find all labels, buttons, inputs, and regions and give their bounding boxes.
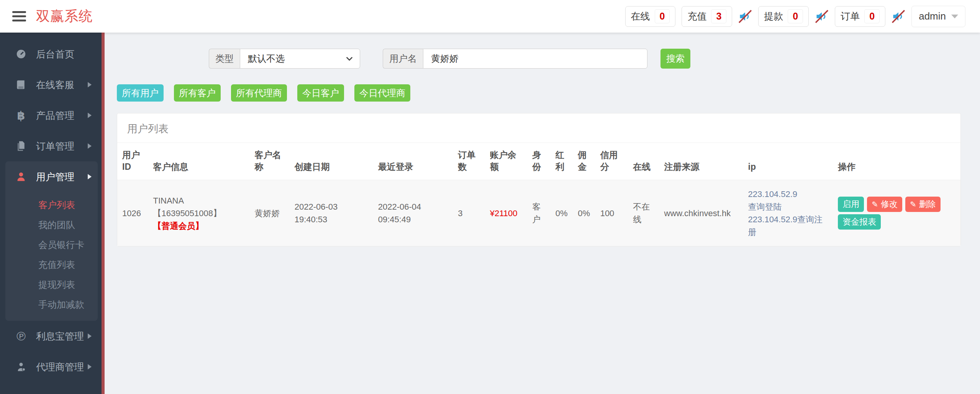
cell-online: 不在线 [629, 180, 660, 246]
submenu-item-member-bank-cards[interactable]: 会员银行卡 [5, 235, 98, 255]
cell-created: 2022-06-03 19:40:53 [291, 180, 374, 246]
col-created: 创建日期 [291, 143, 374, 180]
col-balance: 账户余额 [486, 143, 529, 180]
cell-bonus: 0% [552, 180, 574, 246]
muted-speaker-icon[interactable] [892, 10, 905, 23]
cell-user-id: 1026 [117, 180, 149, 246]
sidebar-item-label: 代理商管理 [36, 361, 84, 373]
type-select[interactable]: 默认不选 [240, 49, 360, 69]
user-management-submenu: 客户列表 我的团队 会员银行卡 充值列表 提现列表 手动加减款 [5, 192, 98, 315]
sidebar-item-label: 利息宝管理 [36, 330, 84, 343]
quick-filter-row: 所有用户 所有客户 所有代理商 今日客户 今日代理商 [117, 84, 980, 102]
submenu-item-customer-list[interactable]: 客户列表 [5, 195, 98, 215]
sidebar-item-orders[interactable]: 订单管理 [0, 131, 102, 161]
admin-user-label: admin [919, 10, 946, 22]
type-label: 类型 [209, 49, 240, 69]
customer-info-name: TINANA [153, 194, 247, 207]
muted-speaker-icon[interactable] [815, 10, 829, 23]
chevron-right-icon [88, 113, 92, 118]
stat-recharge[interactable]: 充值 3 [682, 6, 732, 27]
cell-actions: 启用✎修改✎删除资金报表 [834, 180, 960, 246]
user-list-panel: 用户列表 用户ID 客户信息 客户名称 创建日期 最近登录 订单数 账户余额 身… [117, 113, 961, 246]
type-select-value: 默认不选 [248, 53, 285, 65]
chevron-right-icon [88, 82, 92, 87]
query-login-link[interactable]: 查询登陆 [748, 200, 831, 213]
stat-orders[interactable]: 订单 0 [835, 6, 885, 27]
caret-down-icon [951, 15, 958, 18]
submenu-item-withdraw-list[interactable]: 提现列表 [5, 275, 98, 295]
type-filter-group: 类型 默认不选 [209, 49, 360, 69]
sidebar-item-agents[interactable]: 代理商管理 [0, 351, 102, 382]
query-register-link[interactable]: 223.104.52.9查询注册 [748, 213, 831, 238]
cell-last-login: 2022-06-04 09:45:49 [374, 180, 454, 246]
menu-toggle-icon[interactable] [12, 11, 26, 21]
sidebar: 后台首页 在线客服 ฿ 产品管理 订单管理 用户管理 客户列表 [0, 33, 105, 394]
sidebar-item-interest-treasure[interactable]: ℗ 利息宝管理 [0, 321, 102, 351]
stat-online-label: 在线 [631, 10, 650, 23]
circled-p-icon: ℗ [14, 330, 28, 343]
table-header-row: 用户ID 客户信息 客户名称 创建日期 最近登录 订单数 账户余额 身份 红利 … [117, 143, 960, 180]
edit-button[interactable]: ✎修改 [867, 197, 902, 212]
search-button[interactable]: 搜索 [660, 49, 690, 69]
col-customer-name: 客户名称 [251, 143, 290, 180]
agent-person-icon [14, 360, 28, 373]
sidebar-item-online-service[interactable]: 在线客服 [0, 69, 102, 100]
cell-balance: ¥21100 [486, 180, 529, 246]
all-agents-button[interactable]: 所有代理商 [231, 84, 287, 102]
col-online: 在线 [629, 143, 660, 180]
delete-button[interactable]: ✎删除 [905, 197, 941, 212]
cell-customer-name: 黄娇娇 [251, 180, 290, 246]
topbar: 双赢系统 在线 0 充值 3 提款 0 订单 0 [0, 0, 980, 33]
user-table: 用户ID 客户信息 客户名称 创建日期 最近登录 订单数 账户余额 身份 红利 … [117, 143, 960, 246]
muted-speaker-icon[interactable] [738, 10, 752, 23]
stat-online[interactable]: 在线 0 [625, 6, 676, 27]
col-commission: 佣金 [574, 143, 596, 180]
username-filter-group: 用户名 [383, 49, 647, 69]
bitcoin-icon: ฿ [14, 109, 28, 122]
admin-user-menu[interactable]: admin [911, 6, 965, 27]
cell-customer-info: TINANA 【16395051008】 【普通会员】 [149, 180, 251, 246]
submenu-item-my-team[interactable]: 我的团队 [5, 215, 98, 235]
all-users-button[interactable]: 所有用户 [117, 84, 164, 102]
today-customers-button[interactable]: 今日客户 [297, 84, 344, 102]
enable-button[interactable]: 启用 [838, 197, 864, 212]
cell-commission: 0% [574, 180, 596, 246]
submenu-item-recharge-list[interactable]: 充值列表 [5, 255, 98, 275]
cell-credit: 100 [597, 180, 629, 246]
funds-report-button[interactable]: 资金报表 [838, 214, 881, 230]
sidebar-item-dashboard[interactable]: 后台首页 [0, 39, 102, 69]
col-last-login: 最近登录 [374, 143, 454, 180]
sidebar-item-label: 在线客服 [36, 79, 74, 91]
chevron-right-icon [88, 364, 92, 369]
table-row: 1026 TINANA 【16395051008】 【普通会员】 黄娇娇 202… [117, 180, 960, 246]
stat-withdraw-label: 提款 [764, 10, 783, 23]
ip-address: 223.104.52.9 [748, 188, 831, 200]
today-agents-button[interactable]: 今日代理商 [354, 84, 410, 102]
customer-info-level: 【普通会员】 [153, 220, 247, 232]
topbar-stats: 在线 0 充值 3 提款 0 订单 0 [625, 6, 965, 27]
sidebar-item-label: 订单管理 [36, 140, 74, 153]
col-credit: 信用分 [597, 143, 629, 180]
filter-bar: 类型 默认不选 用户名 搜索 [209, 49, 980, 69]
cell-orders: 3 [454, 180, 486, 246]
stat-withdraw[interactable]: 提款 0 [758, 6, 809, 27]
all-customers-button[interactable]: 所有客户 [174, 84, 221, 102]
pencil-icon: ✎ [910, 200, 916, 209]
sidebar-item-label: 后台首页 [36, 48, 74, 61]
sidebar-item-products[interactable]: ฿ 产品管理 [0, 100, 102, 131]
dashboard-gauge-icon [14, 48, 28, 61]
sidebar-item-user-management[interactable]: 用户管理 [5, 161, 98, 192]
stat-online-value: 0 [655, 9, 670, 23]
stat-orders-value: 0 [864, 9, 880, 23]
username-input[interactable] [423, 49, 647, 69]
customer-info-account: 【16395051008】 [153, 207, 247, 220]
col-ip: ip [744, 143, 834, 180]
cell-ip: 223.104.52.9 查询登陆 223.104.52.9查询注册 [744, 180, 834, 246]
pencil-icon: ✎ [872, 200, 878, 209]
sidebar-item-label: 产品管理 [36, 109, 74, 122]
sidebar-item-label: 用户管理 [36, 171, 74, 183]
main-content: 类型 默认不选 用户名 搜索 所有用户 所有客户 所有代理商 今日客户 今日代理… [108, 33, 980, 394]
stat-recharge-label: 充值 [687, 10, 706, 23]
submenu-item-manual-adjust[interactable]: 手动加减款 [5, 295, 98, 315]
chevron-right-icon [88, 174, 92, 179]
